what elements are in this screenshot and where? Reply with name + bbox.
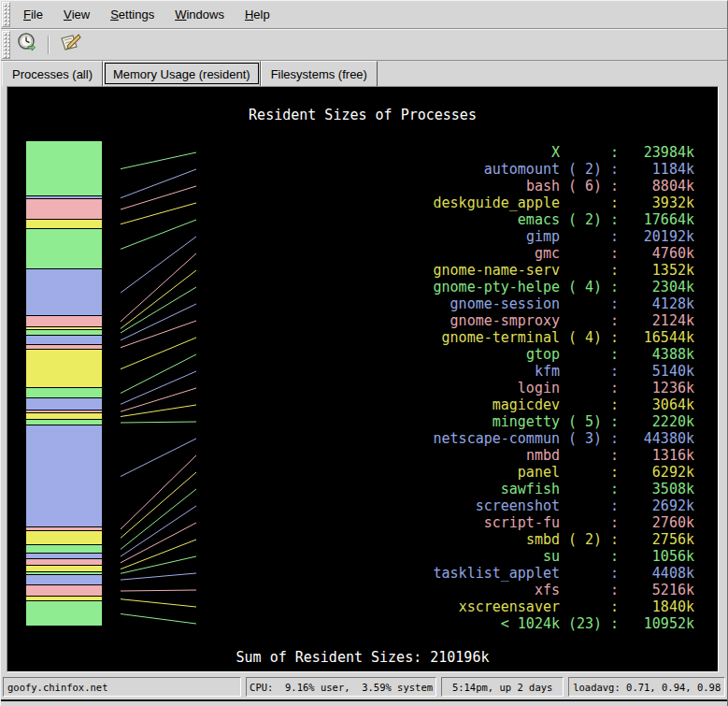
process-name: screenshot [15,497,560,514]
process-colon: : [602,497,627,514]
menu-view[interactable]: View [53,1,100,28]
process-count: ( 4) [560,279,602,295]
process-name: X [15,144,560,161]
process-colon: : [602,245,627,262]
process-row: mingetty( 5):2220k [15,413,694,430]
process-resident-size: 16544k [627,329,694,346]
process-row: nmbd:1316k [15,447,694,464]
process-name: bash [15,178,560,195]
menu-bar: File View Settings Windows Help [1,1,727,29]
menu-windows-hotkey: W [175,7,186,22]
process-resident-size: 1316k [627,447,694,464]
status-bar: goofy.chinfox.net CPU: 9.16% user, 3.59%… [1,677,727,697]
process-resident-size: 3932k [627,195,694,211]
process-count [560,598,602,615]
clock-arrow-icon [16,32,38,58]
process-row: sawfish:3508k [15,481,694,497]
process-colon: : [602,582,627,598]
process-count: (23) [560,615,602,632]
process-resident-size: 5216k [627,582,694,598]
process-resident-size: 3508k [627,481,694,497]
process-resident-size: 2756k [627,531,694,548]
process-resident-size: 6292k [627,464,694,481]
menubar-grip-handle[interactable] [2,2,10,27]
process-colon: : [602,598,627,615]
menu-windows[interactable]: Windows [164,1,235,28]
process-row: screenshot:2692k [15,497,694,514]
process-count [560,514,602,531]
timer-button[interactable] [13,32,41,58]
gtop-window: File View Settings Windows Help [0,0,728,706]
process-size-list: X:23984kautomount( 2):1184kbash( 6):8804… [15,144,694,632]
process-row: gnome-smproxy:2124k [15,312,694,329]
process-resident-size: 4408k [627,565,694,582]
toolbar-grip-handle[interactable] [2,31,10,59]
memory-usage-page: Resident Sizes of Processes X:23984kauto… [7,86,719,672]
status-loadavg: loadavg: 0.71, 0.94, 0.98 [568,677,725,697]
process-name: panel [15,464,560,481]
process-name: smbd [15,531,560,548]
process-name: gimp [15,228,560,245]
process-resident-size: 1184k [627,161,694,178]
process-count: ( 6) [560,178,602,195]
process-name: netscape-commun [15,430,560,447]
process-resident-size: 2220k [627,413,694,430]
process-colon: : [602,346,627,363]
process-resident-size: 23984k [627,144,694,161]
process-name: < 1024k [15,615,560,632]
process-colon: : [602,430,627,447]
process-count [560,481,602,497]
process-count [560,380,602,396]
process-colon: : [602,481,627,497]
tab-memory-usage-resident[interactable]: Memory Usage (resident) [103,61,261,86]
process-colon: : [602,363,627,380]
process-resident-size: 3064k [627,396,694,413]
edit-properties-button[interactable] [56,32,84,58]
process-colon: : [602,329,627,346]
process-colon: : [602,295,627,312]
process-count [560,245,602,262]
process-name: gmc [15,245,560,262]
process-colon: : [602,279,627,295]
process-resident-size: 1352k [627,262,694,279]
process-count [560,363,602,380]
toolbar-separator [48,36,50,54]
menu-view-hotkey: V [64,7,72,22]
process-name: gnome-session [15,295,560,312]
process-count [560,396,602,413]
process-row: deskguide_apple:3932k [15,195,694,211]
process-count [560,295,602,312]
menu-settings[interactable]: Settings [100,1,164,28]
menu-help[interactable]: Help [235,1,280,28]
process-resident-size: 4760k [627,245,694,262]
process-name: login [15,380,560,396]
process-name: xscreensaver [15,598,560,615]
edit-note-icon [58,32,82,58]
menu-file[interactable]: File [13,1,53,28]
process-colon: : [602,161,627,178]
resident-sizes-chart: Resident Sizes of Processes X:23984kauto… [7,87,718,671]
process-colon: : [602,312,627,329]
process-count [560,228,602,245]
process-resident-size: 17664k [627,211,694,228]
process-row: bash( 6):8804k [15,178,694,195]
process-row: emacs( 2):17664k [15,211,694,228]
process-count [560,346,602,363]
process-resident-size: 2760k [627,514,694,531]
process-colon: : [602,228,627,245]
process-name: kfm [15,363,560,380]
process-name: script-fu [15,514,560,531]
process-row: magicdev:3064k [15,396,694,413]
tab-filesystems-free[interactable]: Filesystems (free) [261,61,378,86]
tab-processes-all[interactable]: Processes (all) [2,61,103,86]
process-resident-size: 10952k [627,615,694,632]
process-colon: : [602,447,627,464]
process-row: < 1024k(23):10952k [15,615,694,632]
process-row: netscape-commun( 3):44380k [15,430,694,447]
process-name: automount [15,161,560,178]
toolbar [1,29,727,61]
process-colon: : [602,413,627,430]
process-colon: : [602,396,627,413]
process-colon: : [602,211,627,228]
process-row: automount( 2):1184k [15,161,694,178]
